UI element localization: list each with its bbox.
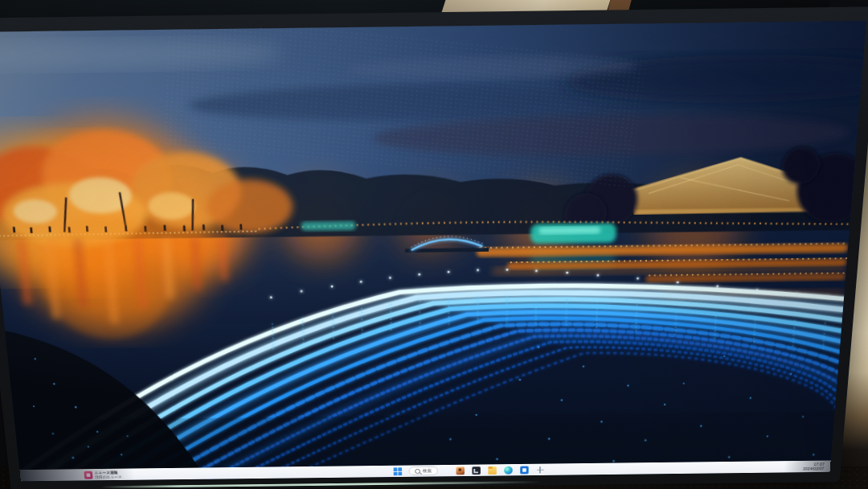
widgets-button[interactable]: ニュース速報 注目のニュース: [80, 469, 125, 481]
taskbar-app-photo[interactable]: [456, 466, 465, 475]
taskbar-app-dark[interactable]: [471, 466, 480, 475]
taskbar-app-plus[interactable]: [535, 465, 545, 474]
widgets-subtext: 注目のニュース: [95, 475, 122, 479]
taskbar-clock[interactable]: 17:07 2024/02/07: [803, 462, 825, 471]
monitor-screen: .vs line.m{stroke:url(#vstr);stroke-widt…: [0, 21, 866, 482]
search-box[interactable]: 検索: [409, 466, 438, 475]
file-explorer-icon: [488, 466, 496, 475]
person-photo-icon: [456, 466, 464, 475]
edge-browser-icon: [504, 466, 513, 474]
dark-app-icon: [472, 466, 480, 475]
desktop-wallpaper: .vs line.m{stroke:url(#vstr);stroke-widt…: [0, 21, 866, 482]
taskbar-center-group: 検索: [394, 464, 545, 477]
taskbar-app-explorer[interactable]: [487, 466, 496, 475]
start-button[interactable]: [394, 467, 403, 475]
room-wood-detail: [608, 0, 631, 10]
taskbar-app-store[interactable]: [519, 466, 529, 475]
taskbar-app-edge[interactable]: [503, 466, 512, 475]
news-widget-icon: [84, 471, 92, 479]
windows-logo-icon: [394, 467, 403, 475]
clock-date: 2024/02/07: [803, 466, 825, 471]
search-icon: [415, 468, 420, 473]
microsoft-store-icon: [520, 466, 529, 474]
widgets-text: ニュース速報 注目のニュース: [95, 470, 123, 479]
plus-icon: [536, 466, 545, 474]
search-label: 検索: [423, 467, 432, 474]
monitor-bezel: .vs line.m{stroke:url(#vstr);stroke-widt…: [0, 6, 868, 489]
